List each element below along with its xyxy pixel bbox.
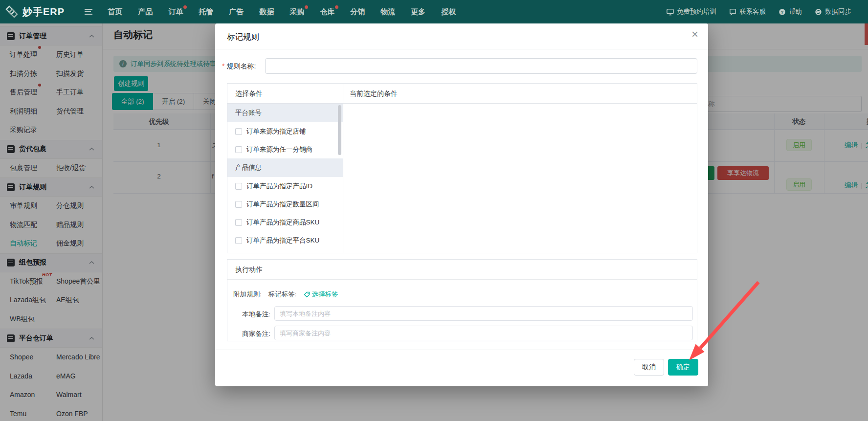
rule-name-input[interactable] [265, 58, 697, 74]
nav-item-hosting[interactable]: 托管 [199, 7, 213, 17]
nav-item-purchase[interactable]: 采购 [289, 7, 304, 17]
tag-icon [304, 291, 310, 298]
chat-icon [729, 8, 736, 16]
nav-item-logistics[interactable]: 物流 [380, 7, 395, 17]
condition-list: 平台账号 订单来源为指定店铺 订单来源为任一分销商 产品信息 订单产品为指定产品… [227, 104, 343, 253]
menu-toggle-icon[interactable] [84, 8, 93, 15]
local-note-label: 本地备注: [227, 310, 270, 319]
execute-action-header: 执行动作 [235, 266, 263, 274]
nav-item-products[interactable]: 产品 [138, 7, 153, 17]
merchant-note-label: 商家备注: [227, 330, 270, 338]
checkbox[interactable] [235, 128, 242, 135]
divider [227, 279, 697, 280]
scrollbar-thumb[interactable] [338, 105, 341, 155]
top-nav: 妙手ERP 首页 产品 订单 托管 广告 数据 采购 仓库 分销 物流 更多 授… [0, 0, 868, 23]
select-tag-link[interactable]: 选择标签 [304, 290, 338, 299]
execute-action-panel: 执行动作 附加规则: 标记标签: 选择标签 本地备注: 商家备注: [227, 259, 697, 341]
data-sync-button[interactable]: 数据同步 [815, 7, 851, 16]
help-button[interactable]: ? 帮助 [779, 7, 802, 16]
condition-item-quantity-range[interactable]: 订单产品为指定数量区间 [227, 195, 343, 213]
condition-item-goods-sku[interactable]: 订单产品为指定商品SKU [227, 213, 343, 231]
divider [215, 49, 708, 49]
nav-item-more[interactable]: 更多 [411, 7, 425, 17]
rule-name-label: *规则名称: [222, 62, 256, 71]
nav-item-authorization[interactable]: 授权 [441, 7, 456, 17]
condition-item-source-distributor[interactable]: 订单来源为任一分销商 [227, 140, 343, 158]
divider [215, 350, 708, 350]
required-mark: * [222, 62, 224, 70]
merchant-note-input[interactable] [274, 326, 693, 340]
sync-icon [815, 8, 822, 16]
divider [343, 84, 343, 253]
nav-item-warehouse[interactable]: 仓库 [320, 7, 334, 17]
close-icon[interactable]: × [691, 28, 698, 40]
checkbox[interactable] [235, 201, 242, 208]
miaoshou-logo-icon [5, 5, 19, 19]
app-root: 妙手ERP 首页 产品 订单 托管 广告 数据 采购 仓库 分销 物流 更多 授… [0, 0, 868, 421]
contact-support-button[interactable]: 联系客服 [729, 7, 766, 16]
notification-dot [305, 5, 308, 9]
tag-rule-row: 附加规则: 标记标签: 选择标签 [233, 290, 338, 299]
checkbox[interactable] [235, 183, 242, 190]
dialog-title: 标记规则 [227, 32, 259, 43]
local-note-input[interactable] [274, 306, 693, 321]
condition-item-platform-sku[interactable]: 订单产品为指定平台SKU [227, 231, 343, 249]
checkbox[interactable] [235, 237, 242, 244]
selected-conditions-header: 当前选定的条件 [350, 89, 398, 98]
brand-name: 妙手ERP [22, 5, 65, 19]
nav-right-tools: 免费预约培训 联系客服 ? 帮助 数据同步 [667, 7, 851, 16]
checkbox[interactable] [235, 219, 242, 226]
select-conditions-header: 选择条件 [235, 89, 263, 98]
notification-dot [183, 5, 187, 9]
nav-item-data[interactable]: 数据 [259, 7, 274, 17]
nav-item-home[interactable]: 首页 [108, 7, 122, 17]
checkbox[interactable] [235, 146, 242, 153]
condition-group-product-info: 产品信息 [227, 158, 343, 177]
condition-item-product-id[interactable]: 订单产品为指定产品ID [227, 177, 343, 195]
help-icon: ? [779, 8, 786, 16]
training-monitor-icon [667, 8, 674, 16]
additional-rule-label: 附加规则: [233, 290, 262, 299]
free-training-button[interactable]: 免费预约培训 [667, 7, 716, 16]
marking-rule-dialog: 标记规则 × *规则名称: 选择条件 当前选定的条件 平台账号 订单来源为指定店… [215, 23, 708, 386]
nav-item-ads[interactable]: 广告 [229, 7, 244, 17]
svg-text:?: ? [781, 9, 783, 14]
nav-menu: 首页 产品 订单 托管 广告 数据 采购 仓库 分销 物流 更多 授权 [108, 7, 456, 17]
nav-item-distribution[interactable]: 分销 [350, 7, 365, 17]
brand-logo[interactable]: 妙手ERP [5, 5, 65, 19]
condition-selector: 选择条件 当前选定的条件 平台账号 订单来源为指定店铺 订单来源为任一分销商 产… [227, 83, 697, 253]
condition-group-platform-account: 平台账号 [227, 104, 343, 122]
nav-item-orders[interactable]: 订单 [168, 7, 183, 17]
mark-tag-label: 标记标签: [268, 290, 297, 299]
confirm-button[interactable]: 确定 [668, 359, 698, 376]
notification-dot [335, 5, 338, 9]
condition-item-source-shop[interactable]: 订单来源为指定店铺 [227, 122, 343, 140]
cancel-button[interactable]: 取消 [634, 359, 664, 376]
